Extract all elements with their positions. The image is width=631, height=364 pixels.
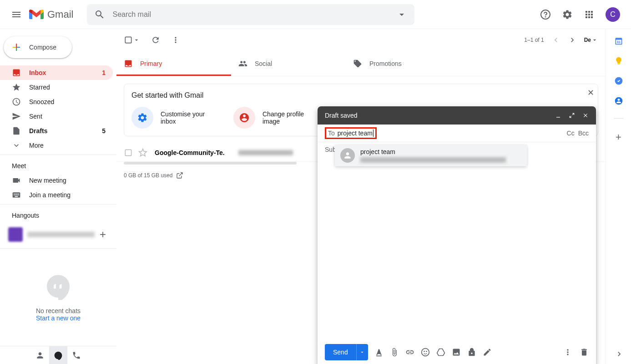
phone-icon [72, 351, 81, 360]
svg-rect-8 [125, 150, 131, 155]
search-options-button[interactable] [393, 5, 411, 24]
gmail-text: Gmail [47, 9, 73, 20]
gmail-logo[interactable]: Gmail [29, 9, 73, 20]
new-conversation-button[interactable]: + [95, 226, 111, 243]
close-icon [582, 112, 589, 119]
sidebar-item-sent[interactable]: Sent [0, 109, 113, 124]
insert-signature-button[interactable] [483, 348, 492, 357]
compose-button[interactable]: Compose [4, 36, 72, 58]
bcc-button[interactable]: Bcc [578, 130, 589, 137]
row-star-button[interactable] [138, 148, 147, 157]
row-checkbox[interactable] [124, 148, 133, 157]
support-button[interactable] [536, 5, 555, 24]
send-button[interactable]: Send [325, 344, 368, 360]
phone-tab[interactable] [67, 346, 86, 364]
autocomplete-item[interactable]: project team [335, 145, 527, 166]
minimize-icon [555, 112, 561, 119]
sidebar-item-starred[interactable]: Starred [0, 80, 113, 95]
sidebar-item-inbox[interactable]: Inbox 1 [0, 65, 113, 80]
settings-button[interactable] [558, 5, 576, 24]
tag-icon [353, 59, 362, 68]
tab-social[interactable]: Social [231, 51, 346, 76]
keep-icon[interactable] [614, 56, 623, 65]
people-icon [238, 59, 247, 68]
email-sender: Google-Community-Te. [155, 149, 225, 156]
cc-button[interactable]: Cc [567, 130, 575, 137]
sidebar-item-new-meeting[interactable]: New meeting [0, 173, 113, 188]
change-profile-card[interactable]: Change profile image [233, 107, 317, 129]
confidential-mode-button[interactable] [467, 348, 476, 357]
mail-toolbar: 1–1 of 1 De [116, 29, 606, 51]
compose-body[interactable] [318, 157, 596, 340]
tab-promotions[interactable]: Promotions [346, 51, 460, 76]
compose-more-options[interactable] [563, 348, 572, 357]
hamburger-icon [11, 9, 22, 20]
send-options-button[interactable] [356, 344, 368, 360]
refresh-button[interactable] [151, 35, 160, 45]
inbox-icon [12, 68, 21, 77]
tasks-icon[interactable] [614, 76, 623, 85]
more-actions-button[interactable] [171, 35, 180, 45]
open-in-new-icon[interactable] [176, 172, 183, 179]
search-input[interactable] [109, 10, 393, 19]
expand-icon [569, 112, 575, 119]
sidebar-item-join-meeting[interactable]: Join a meeting [0, 188, 113, 202]
change-profile-label: Change profile image [262, 110, 317, 125]
contacts-icon[interactable] [614, 96, 623, 105]
close-compose-button[interactable] [582, 112, 589, 119]
page-info: 1–1 of 1 [524, 37, 544, 43]
keyboard-icon [12, 190, 21, 199]
sidebar-item-snoozed[interactable]: Snoozed [0, 95, 113, 109]
svg-point-1 [545, 16, 546, 17]
contacts-tab[interactable] [31, 346, 49, 364]
tab-primary[interactable]: Primary [116, 51, 231, 76]
insert-photo-button[interactable] [452, 348, 461, 357]
account-avatar[interactable]: C [606, 7, 620, 22]
to-input-value[interactable]: project team [338, 130, 373, 137]
input-tools-button[interactable]: De [584, 36, 598, 44]
horizontal-scrollbar[interactable] [124, 162, 297, 165]
prev-page-button[interactable] [551, 35, 560, 45]
svg-point-15 [421, 349, 429, 356]
search-icon[interactable] [91, 5, 109, 24]
meet-section-label: Meet [0, 155, 116, 173]
sidebar-item-more[interactable]: More [0, 138, 113, 153]
to-field-highlight: To project team [325, 127, 377, 139]
hangouts-tab[interactable] [49, 346, 67, 364]
discard-draft-button[interactable] [580, 348, 589, 357]
compose-header[interactable]: Draft saved [318, 106, 596, 125]
attach-file-button[interactable] [390, 348, 399, 357]
minimize-button[interactable] [555, 112, 561, 119]
primary-label: Primary [140, 60, 162, 67]
collapse-panel-button[interactable] [615, 349, 624, 359]
hangouts-user-row[interactable]: + [0, 223, 116, 246]
fullscreen-button[interactable] [569, 112, 575, 119]
apps-button[interactable] [580, 5, 598, 24]
email-subject-redacted [238, 150, 293, 155]
draft-icon [12, 126, 21, 135]
compose-footer: Send [318, 340, 596, 364]
dropdown-caret-icon [133, 36, 140, 44]
more-label: More [29, 142, 44, 149]
main-menu-button[interactable] [5, 4, 27, 25]
sidebar-item-drafts[interactable]: Drafts 5 [0, 124, 113, 138]
search-box[interactable] [87, 4, 414, 25]
add-addon-button[interactable]: + [616, 131, 621, 143]
compose-title: Draft saved [325, 112, 358, 119]
gear-circle-icon [131, 107, 153, 129]
send-icon [12, 112, 21, 121]
insert-link-button[interactable] [405, 348, 414, 357]
compose-to-row[interactable]: To project team Cc Bcc [318, 125, 596, 142]
select-all-checkbox[interactable] [124, 35, 140, 45]
insert-drive-button[interactable] [436, 348, 445, 357]
insert-emoji-button[interactable] [421, 348, 430, 357]
app-header: Gmail C [0, 0, 631, 29]
formatting-button[interactable] [374, 348, 384, 357]
next-page-button[interactable] [568, 35, 577, 45]
gmail-logo-icon [29, 9, 44, 20]
customise-inbox-card[interactable]: Customise your inbox [131, 107, 215, 129]
calendar-icon[interactable]: 31 [614, 36, 623, 45]
promotions-label: Promotions [369, 60, 402, 67]
start-chat-link[interactable]: Start a new one [36, 314, 81, 322]
close-panel-button[interactable]: ✕ [587, 88, 594, 98]
